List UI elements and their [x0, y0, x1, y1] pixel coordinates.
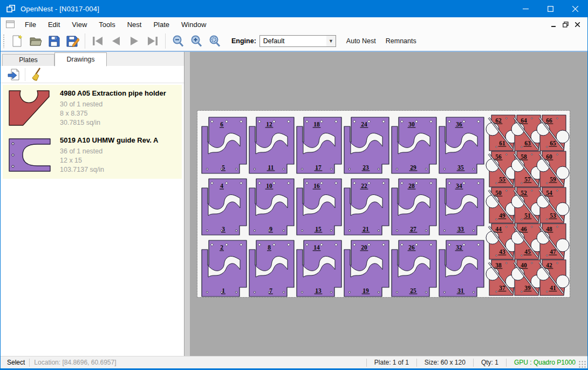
part-number: 50: [495, 190, 502, 196]
purple-part-pair[interactable]: 43: [202, 179, 247, 235]
part-number: 51: [524, 212, 531, 219]
red-part-pair[interactable]: 5453: [537, 187, 569, 223]
purple-part-pair[interactable]: 2625: [392, 240, 436, 297]
part-number: 20: [361, 244, 367, 251]
purple-part-pair[interactable]: 1817: [297, 117, 341, 173]
status-qty: Qty: 1: [478, 359, 502, 366]
minimize-button[interactable]: [513, 0, 538, 17]
part-number: 12: [266, 121, 272, 127]
go-first-button[interactable]: [88, 33, 107, 49]
red-part-pair[interactable]: 4241: [537, 260, 569, 295]
save-button[interactable]: [45, 33, 63, 49]
purple-part-thumbnail: [8, 136, 51, 174]
purple-part-pair[interactable]: 21: [202, 240, 247, 297]
menu-nest[interactable]: Nest: [121, 18, 148, 31]
zoom-extents-icon: [208, 35, 221, 48]
part-number: 22: [361, 183, 367, 189]
menu-tools[interactable]: Tools: [93, 18, 121, 31]
part-number: 55: [499, 176, 505, 183]
auto-nest-button[interactable]: Auto Nest: [341, 35, 381, 48]
purple-part-pair[interactable]: 65: [202, 117, 247, 173]
purple-part-pair[interactable]: 3433: [439, 179, 484, 235]
clear-button[interactable]: [28, 67, 44, 82]
part-number: 21: [363, 226, 369, 232]
purple-part-pair[interactable]: 2827: [392, 179, 436, 235]
red-part-pair[interactable]: 4847: [537, 224, 569, 259]
part-number: 64: [521, 117, 527, 124]
zoom-in-button[interactable]: [187, 33, 206, 49]
remnants-button[interactable]: Remnants: [381, 35, 421, 48]
import-drawing-button[interactable]: [6, 67, 22, 82]
drawing-item-5019[interactable]: 5019 A10 UHMW guide Rev. A 36 of 1 neste…: [3, 132, 182, 179]
toolbar-grip[interactable]: [3, 34, 5, 48]
purple-part-pair[interactable]: 109: [249, 179, 294, 235]
part-number: 13: [315, 287, 322, 294]
menu-plate[interactable]: Plate: [147, 18, 175, 31]
part-number: 46: [521, 226, 527, 232]
window-title: OpenNest - [N0317-004]: [20, 5, 99, 13]
drawing-item-4980[interactable]: 4980 A05 Extraction pipe holder 30 of 1 …: [3, 85, 182, 132]
mdi-restore-button[interactable]: [559, 19, 571, 30]
import-drawing-icon: [8, 68, 20, 81]
part-number: 19: [363, 287, 369, 294]
resize-grip[interactable]: [579, 361, 586, 368]
purple-part-pair[interactable]: 1413: [297, 240, 341, 297]
purple-part-pair[interactable]: 3029: [392, 117, 436, 173]
go-last-button[interactable]: [143, 33, 162, 49]
maximize-button[interactable]: [538, 0, 563, 17]
engine-combo[interactable]: Default ▼: [259, 35, 336, 47]
drawings-toolbar: [1, 66, 184, 83]
new-document-button[interactable]: [8, 33, 26, 49]
go-previous-button[interactable]: [107, 33, 125, 49]
part-number: 16: [313, 183, 320, 189]
purple-part-pair[interactable]: 1211: [249, 117, 294, 173]
mdi-close-button[interactable]: [571, 19, 583, 30]
menu-file[interactable]: File: [19, 18, 42, 31]
part-number: 59: [550, 176, 556, 183]
purple-part-pair[interactable]: 3635: [439, 117, 484, 173]
part-number: 35: [457, 164, 464, 171]
purple-part-pair[interactable]: 2019: [344, 240, 389, 297]
part-number: 41: [550, 285, 556, 291]
purple-part-pair[interactable]: 87: [249, 240, 294, 297]
app-icon: [6, 4, 16, 14]
red-part-pair[interactable]: 6059: [537, 151, 569, 187]
status-location: Location: [84.8696, 60.6957]: [34, 359, 116, 366]
save-as-button[interactable]: [63, 33, 81, 49]
go-next-button[interactable]: [125, 33, 143, 49]
mdi-child-icon[interactable]: [6, 21, 15, 28]
menu-view[interactable]: View: [66, 18, 93, 31]
open-button[interactable]: [26, 33, 45, 49]
part-number: 44: [495, 226, 502, 232]
menu-window[interactable]: Window: [175, 18, 212, 31]
part-number: 42: [546, 262, 552, 268]
part-number: 60: [546, 153, 552, 160]
status-bar: Select Location: [84.8696, 60.6957] Plat…: [1, 356, 587, 368]
purple-part-pair[interactable]: 3231: [439, 240, 484, 297]
nest-canvas[interactable]: 6512111817242330293635431091615222128273…: [184, 52, 587, 356]
part-number: 40: [521, 262, 527, 268]
purple-part-pair[interactable]: 1615: [297, 179, 341, 235]
plate-sheet[interactable]: 6512111817242330293635431091615222128273…: [197, 111, 570, 297]
mdi-minimize-button[interactable]: [548, 19, 559, 30]
zoom-out-button[interactable]: [169, 33, 187, 49]
purple-part-pair[interactable]: 2221: [344, 179, 389, 235]
tab-drawings[interactable]: Drawings: [54, 52, 107, 66]
save-icon: [47, 35, 60, 48]
part-number: 24: [361, 121, 367, 127]
red-part-pair[interactable]: 6665: [537, 115, 569, 151]
part-number: 8: [268, 244, 271, 251]
close-button[interactable]: [563, 0, 587, 17]
zoom-extents-button[interactable]: [206, 33, 224, 49]
part-number: 25: [410, 287, 416, 294]
part-number: 34: [456, 183, 462, 189]
status-plate: Plate: 1 of 1: [371, 359, 412, 366]
menu-edit[interactable]: Edit: [42, 18, 66, 31]
purple-part-pair[interactable]: 2423: [344, 117, 389, 173]
part-number: 45: [524, 248, 531, 255]
tab-plates[interactable]: Plates: [2, 54, 54, 66]
go-last-icon: [146, 36, 159, 46]
part-number: 62: [495, 117, 502, 124]
new-document-icon: [11, 35, 24, 48]
drawing-area: 103.7137 sq/in: [60, 165, 179, 174]
